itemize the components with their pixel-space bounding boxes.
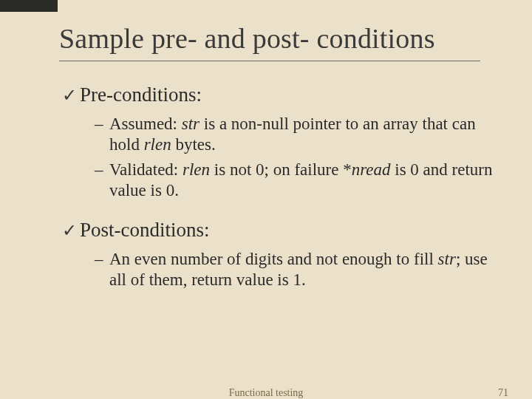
list-item: – Validated: rlen is not 0; on failure *…	[95, 160, 495, 201]
bullet-preconditions: ✓ Pre-conditions:	[62, 83, 495, 106]
postconditions-list: – An even number of digits and not enoug…	[95, 249, 495, 290]
list-item-text: Validated: rlen is not 0; on failure *nr…	[109, 160, 495, 201]
bullet-label: Pre-conditions:	[80, 83, 202, 106]
check-icon: ✓	[62, 86, 80, 104]
dash-icon: –	[95, 160, 109, 201]
list-item: – Assumed: str is a non-null pointer to …	[95, 114, 495, 155]
slide: Sample pre- and post- conditions ✓ Pre-c…	[0, 0, 532, 290]
slide-title: Sample pre- and post- conditions	[59, 22, 495, 55]
list-item: – An even number of digits and not enoug…	[95, 249, 495, 290]
dash-icon: –	[95, 114, 109, 155]
footer-title: Functional testing	[229, 387, 304, 399]
list-item-text: An even number of digits and not enough …	[109, 249, 495, 290]
dash-icon: –	[95, 249, 109, 290]
window-chrome-fragment	[0, 0, 58, 12]
title-rule	[59, 61, 480, 61]
bullet-label: Post-conditions:	[80, 219, 210, 242]
list-item-text: Assumed: str is a non-null pointer to an…	[109, 114, 495, 155]
check-icon: ✓	[62, 222, 80, 239]
bullet-postconditions: ✓ Post-conditions:	[62, 219, 495, 242]
preconditions-list: – Assumed: str is a non-null pointer to …	[95, 114, 495, 201]
page-number: 71	[498, 387, 508, 399]
